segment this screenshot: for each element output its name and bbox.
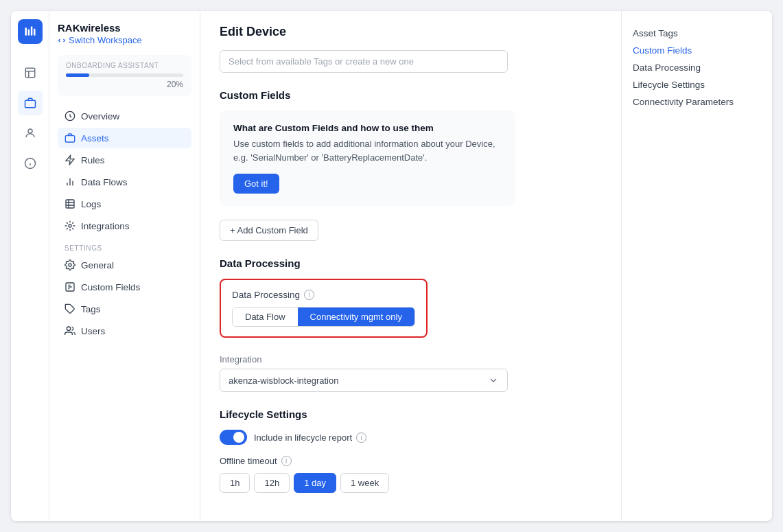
nav-icon-assets[interactable] — [18, 91, 43, 115]
main-content: Edit Device Select from available Tags o… — [200, 11, 621, 521]
svg-rect-2 — [30, 27, 32, 36]
settings-label: SETTINGS — [58, 238, 191, 255]
onboarding-label: ONBOARDING ASSISTANT — [66, 62, 183, 69]
offline-info-icon: i — [281, 456, 292, 466]
svg-rect-3 — [34, 29, 36, 36]
lifecycle-toggle[interactable] — [220, 430, 247, 445]
nav-item-users[interactable]: Users — [58, 321, 191, 341]
progress-bar-bg — [66, 73, 183, 77]
right-panel: Asset Tags Custom Fields Data Processing… — [621, 11, 772, 521]
dp-option-data-flow[interactable]: Data Flow — [233, 308, 298, 326]
right-panel-lifecycle-settings[interactable]: Lifecycle Settings — [633, 76, 761, 93]
svg-rect-4 — [25, 68, 35, 78]
time-opt-1day[interactable]: 1 day — [294, 473, 336, 493]
svg-rect-9 — [65, 136, 74, 142]
progress-pct: 20% — [66, 80, 183, 89]
dp-toggle: Data Flow Connectivity mgmt only — [232, 307, 415, 327]
nav-item-logs[interactable]: Logs — [58, 194, 191, 214]
lifecycle-toggle-row: Include in lifecycle report i — [220, 430, 602, 445]
right-panel-custom-fields[interactable]: Custom Fields — [633, 42, 761, 59]
info-box-title: What are Custom Fields and how to use th… — [233, 123, 501, 133]
page-title: Edit Device — [220, 25, 602, 39]
info-box-text: Use custom fields to add additional info… — [233, 137, 501, 164]
dp-info-icon: i — [304, 290, 314, 300]
nav-item-data-flows[interactable]: Data Flows — [58, 172, 191, 192]
svg-rect-10 — [66, 200, 74, 208]
custom-fields-heading: Custom Fields — [220, 89, 602, 101]
nav-icon-user[interactable] — [18, 121, 43, 146]
nav-item-integrations[interactable]: Integrations — [58, 216, 191, 236]
svg-rect-5 — [25, 100, 35, 108]
right-panel-data-processing[interactable]: Data Processing — [633, 59, 761, 76]
workspace-name: RAKwireless — [58, 22, 191, 34]
time-opt-1week[interactable]: 1 week — [340, 473, 389, 493]
dp-label-inner: Data Processing i — [232, 290, 415, 300]
switch-workspace-link[interactable]: Switch Workspace — [58, 35, 191, 45]
svg-point-6 — [28, 129, 32, 133]
tags-input[interactable]: Select from available Tags or create a n… — [220, 50, 508, 73]
nav-sidebar: RAKwireless Switch Workspace ONBOARDING … — [49, 11, 200, 521]
lifecycle-include-text: Include in lifecycle report i — [254, 432, 366, 443]
offline-timeout-label: Offline timeout i — [220, 456, 602, 466]
nav-item-overview[interactable]: Overview — [58, 106, 191, 126]
nav-item-tags[interactable]: Tags — [58, 299, 191, 319]
nav-item-assets[interactable]: Assets — [58, 128, 191, 148]
icon-sidebar — [11, 11, 49, 521]
custom-fields-info-box: What are Custom Fields and how to use th… — [220, 111, 515, 206]
svg-rect-0 — [25, 27, 27, 36]
time-toggle: 1h 12h 1 day 1 week — [220, 473, 602, 493]
svg-point-12 — [69, 264, 71, 266]
integration-label: Integration — [220, 354, 602, 365]
svg-point-11 — [69, 224, 71, 227]
time-opt-12h[interactable]: 12h — [254, 473, 290, 493]
lifecycle-heading: Lifecycle Settings — [220, 408, 602, 420]
app-logo[interactable] — [18, 19, 43, 44]
nav-icon-info[interactable] — [18, 151, 43, 176]
add-custom-field-button[interactable]: + Add Custom Field — [220, 220, 318, 241]
time-opt-1h[interactable]: 1h — [220, 473, 250, 493]
nav-item-general[interactable]: General — [58, 255, 191, 275]
onboarding-box: ONBOARDING ASSISTANT 20% — [58, 55, 191, 96]
nav-item-custom-fields[interactable]: Custom Fields — [58, 277, 191, 297]
nav-item-rules[interactable]: Rules — [58, 150, 191, 170]
integration-select[interactable]: akenza-wisblock-integration — [220, 369, 508, 392]
data-processing-border-box: Data Processing i Data Flow Connectivity… — [220, 279, 428, 338]
nav-icon-building[interactable] — [18, 60, 43, 85]
svg-rect-1 — [27, 30, 30, 36]
data-processing-heading: Data Processing — [220, 257, 602, 269]
dp-option-connectivity[interactable]: Connectivity mgmt only — [298, 308, 414, 326]
lifecycle-info-icon: i — [356, 432, 366, 443]
right-panel-connectivity-parameters[interactable]: Connectivity Parameters — [633, 93, 761, 111]
data-processing-section: Data Processing i Data Flow Connectivity… — [220, 279, 602, 338]
right-panel-asset-tags[interactable]: Asset Tags — [633, 25, 761, 42]
progress-bar-fill — [66, 73, 89, 77]
got-it-button[interactable]: Got it! — [233, 174, 279, 194]
svg-point-15 — [67, 327, 70, 330]
